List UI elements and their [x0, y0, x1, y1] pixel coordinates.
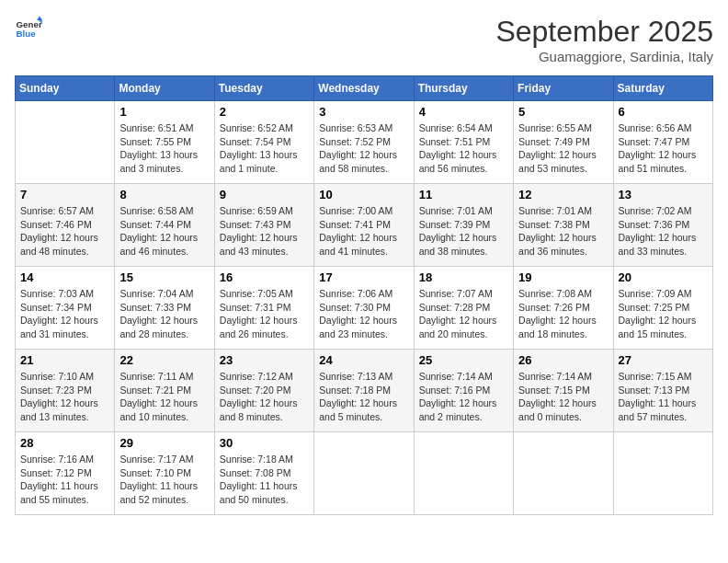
header-row: SundayMondayTuesdayWednesdayThursdayFrid… — [16, 76, 713, 101]
day-number: 1 — [119, 105, 209, 119]
day-info: Sunrise: 7:01 AMSunset: 7:38 PMDaylight:… — [518, 204, 608, 259]
day-number: 7 — [20, 188, 109, 201]
calendar-cell: 17Sunrise: 7:06 AMSunset: 7:30 PMDayligh… — [314, 267, 414, 350]
calendar-cell: 28Sunrise: 7:16 AMSunset: 7:12 PMDayligh… — [16, 432, 115, 515]
calendar-cell: 23Sunrise: 7:12 AMSunset: 7:20 PMDayligh… — [214, 350, 313, 432]
day-number: 2 — [220, 105, 309, 119]
title-block: September 2025 Guamaggiore, Sardinia, It… — [495, 15, 713, 64]
day-number: 25 — [419, 353, 508, 367]
day-number: 30 — [220, 436, 309, 450]
calendar-cell — [514, 432, 613, 515]
calendar-cell: 4Sunrise: 6:54 AMSunset: 7:51 PMDaylight… — [414, 101, 513, 184]
calendar-cell: 15Sunrise: 7:04 AMSunset: 7:33 PMDayligh… — [115, 267, 214, 350]
day-header-tuesday: Tuesday — [214, 76, 313, 101]
calendar-cell: 2Sunrise: 6:52 AMSunset: 7:54 PMDaylight… — [214, 101, 313, 184]
day-info: Sunrise: 7:18 AMSunset: 7:08 PMDaylight:… — [220, 453, 309, 507]
day-number: 28 — [20, 436, 109, 450]
calendar-cell — [613, 432, 712, 515]
day-number: 12 — [518, 188, 608, 201]
calendar-cell: 3Sunrise: 6:53 AMSunset: 7:52 PMDaylight… — [314, 101, 414, 184]
day-header-monday: Monday — [115, 76, 214, 101]
day-info: Sunrise: 7:07 AMSunset: 7:28 PMDaylight:… — [419, 287, 508, 341]
day-info: Sunrise: 6:51 AMSunset: 7:55 PMDaylight:… — [119, 121, 209, 176]
day-number: 22 — [119, 353, 209, 367]
day-info: Sunrise: 6:57 AMSunset: 7:46 PMDaylight:… — [20, 204, 109, 259]
calendar-cell: 19Sunrise: 7:08 AMSunset: 7:26 PMDayligh… — [514, 267, 613, 350]
calendar-cell: 12Sunrise: 7:01 AMSunset: 7:38 PMDayligh… — [514, 184, 613, 267]
calendar-cell: 7Sunrise: 6:57 AMSunset: 7:46 PMDaylight… — [16, 184, 115, 267]
svg-text:Blue: Blue — [17, 29, 37, 39]
calendar-cell: 24Sunrise: 7:13 AMSunset: 7:18 PMDayligh… — [314, 350, 414, 432]
day-number: 8 — [119, 188, 209, 201]
calendar-cell: 20Sunrise: 7:09 AMSunset: 7:25 PMDayligh… — [613, 267, 712, 350]
day-info: Sunrise: 7:10 AMSunset: 7:23 PMDaylight:… — [20, 370, 109, 424]
day-number: 9 — [220, 188, 309, 201]
day-info: Sunrise: 7:03 AMSunset: 7:34 PMDaylight:… — [20, 287, 109, 341]
day-info: Sunrise: 7:02 AMSunset: 7:36 PMDaylight:… — [619, 204, 708, 259]
week-row-3: 14Sunrise: 7:03 AMSunset: 7:34 PMDayligh… — [16, 267, 713, 350]
day-header-saturday: Saturday — [613, 76, 712, 101]
day-info: Sunrise: 7:13 AMSunset: 7:18 PMDaylight:… — [319, 370, 408, 424]
day-info: Sunrise: 7:05 AMSunset: 7:31 PMDaylight:… — [220, 287, 309, 341]
day-info: Sunrise: 6:52 AMSunset: 7:54 PMDaylight:… — [220, 121, 309, 176]
day-number: 24 — [319, 353, 408, 367]
day-number: 11 — [419, 188, 508, 201]
week-row-5: 28Sunrise: 7:16 AMSunset: 7:12 PMDayligh… — [16, 432, 713, 515]
day-number: 16 — [220, 270, 309, 284]
day-number: 4 — [419, 105, 508, 119]
day-header-wednesday: Wednesday — [314, 76, 414, 101]
day-info: Sunrise: 7:14 AMSunset: 7:16 PMDaylight:… — [419, 370, 508, 424]
day-info: Sunrise: 7:16 AMSunset: 7:12 PMDaylight:… — [20, 453, 109, 507]
day-number: 27 — [619, 353, 708, 367]
calendar-cell: 5Sunrise: 6:55 AMSunset: 7:49 PMDaylight… — [514, 101, 613, 184]
day-info: Sunrise: 7:09 AMSunset: 7:25 PMDaylight:… — [619, 287, 708, 341]
calendar-cell: 30Sunrise: 7:18 AMSunset: 7:08 PMDayligh… — [214, 432, 313, 515]
week-row-2: 7Sunrise: 6:57 AMSunset: 7:46 PMDaylight… — [16, 184, 713, 267]
logo-icon: General Blue — [15, 15, 42, 42]
calendar-cell: 26Sunrise: 7:14 AMSunset: 7:15 PMDayligh… — [514, 350, 613, 432]
calendar-table: SundayMondayTuesdayWednesdayThursdayFrid… — [15, 75, 713, 515]
calendar-cell: 13Sunrise: 7:02 AMSunset: 7:36 PMDayligh… — [613, 184, 712, 267]
day-number: 6 — [619, 105, 708, 119]
day-info: Sunrise: 7:04 AMSunset: 7:33 PMDaylight:… — [119, 287, 209, 341]
calendar-cell: 1Sunrise: 6:51 AMSunset: 7:55 PMDaylight… — [115, 101, 214, 184]
day-info: Sunrise: 6:53 AMSunset: 7:52 PMDaylight:… — [319, 121, 408, 176]
day-number: 15 — [119, 270, 209, 284]
calendar-cell: 11Sunrise: 7:01 AMSunset: 7:39 PMDayligh… — [414, 184, 513, 267]
location: Guamaggiore, Sardinia, Italy — [495, 49, 713, 64]
day-number: 19 — [518, 270, 608, 284]
day-info: Sunrise: 7:15 AMSunset: 7:13 PMDaylight:… — [619, 370, 708, 424]
day-number: 14 — [20, 270, 109, 284]
day-number: 10 — [319, 188, 408, 201]
day-number: 26 — [518, 353, 608, 367]
calendar-cell: 25Sunrise: 7:14 AMSunset: 7:16 PMDayligh… — [414, 350, 513, 432]
calendar-cell — [314, 432, 414, 515]
calendar-cell: 29Sunrise: 7:17 AMSunset: 7:10 PMDayligh… — [115, 432, 214, 515]
month-title: September 2025 — [495, 15, 713, 49]
calendar-cell: 18Sunrise: 7:07 AMSunset: 7:28 PMDayligh… — [414, 267, 513, 350]
day-info: Sunrise: 7:08 AMSunset: 7:26 PMDaylight:… — [518, 287, 608, 341]
calendar-cell: 8Sunrise: 6:58 AMSunset: 7:44 PMDaylight… — [115, 184, 214, 267]
week-row-4: 21Sunrise: 7:10 AMSunset: 7:23 PMDayligh… — [16, 350, 713, 432]
calendar-cell: 16Sunrise: 7:05 AMSunset: 7:31 PMDayligh… — [214, 267, 313, 350]
day-number: 5 — [518, 105, 608, 119]
day-number: 13 — [619, 188, 708, 201]
day-number: 29 — [119, 436, 209, 450]
day-info: Sunrise: 6:54 AMSunset: 7:51 PMDaylight:… — [419, 121, 508, 176]
day-info: Sunrise: 6:56 AMSunset: 7:47 PMDaylight:… — [619, 121, 708, 176]
day-info: Sunrise: 7:11 AMSunset: 7:21 PMDaylight:… — [119, 370, 209, 424]
day-info: Sunrise: 7:12 AMSunset: 7:20 PMDaylight:… — [220, 370, 309, 424]
day-header-friday: Friday — [514, 76, 613, 101]
day-info: Sunrise: 7:14 AMSunset: 7:15 PMDaylight:… — [518, 370, 608, 424]
calendar-cell: 22Sunrise: 7:11 AMSunset: 7:21 PMDayligh… — [115, 350, 214, 432]
calendar-cell: 21Sunrise: 7:10 AMSunset: 7:23 PMDayligh… — [16, 350, 115, 432]
calendar-cell — [414, 432, 513, 515]
calendar-cell: 9Sunrise: 6:59 AMSunset: 7:43 PMDaylight… — [214, 184, 313, 267]
day-info: Sunrise: 7:06 AMSunset: 7:30 PMDaylight:… — [319, 287, 408, 341]
week-row-1: 1Sunrise: 6:51 AMSunset: 7:55 PMDaylight… — [16, 101, 713, 184]
day-info: Sunrise: 6:59 AMSunset: 7:43 PMDaylight:… — [220, 204, 309, 259]
logo: General Blue — [15, 15, 42, 42]
calendar-cell: 14Sunrise: 7:03 AMSunset: 7:34 PMDayligh… — [16, 267, 115, 350]
day-number: 18 — [419, 270, 508, 284]
day-info: Sunrise: 7:00 AMSunset: 7:41 PMDaylight:… — [319, 204, 408, 259]
